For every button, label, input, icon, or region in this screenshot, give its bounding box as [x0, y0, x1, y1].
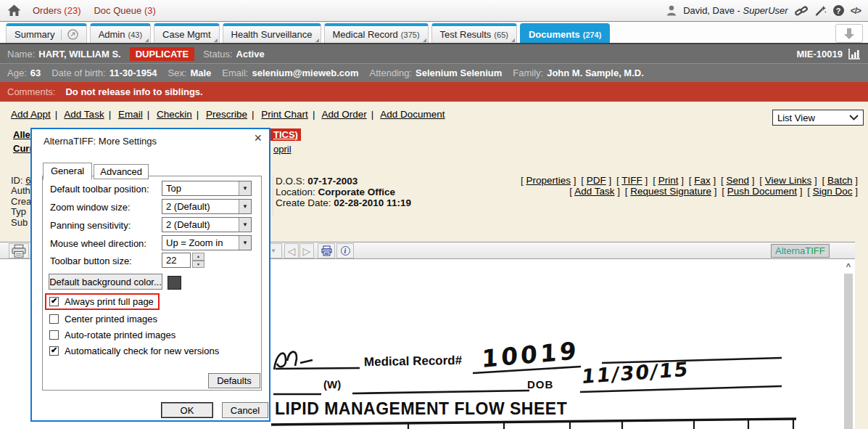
- duplicate-badge[interactable]: DUPLICATE: [130, 47, 194, 61]
- add-appt-link[interactable]: Add Appt: [11, 109, 51, 120]
- checkbox-always-print-full-page[interactable]: ✔ Always print full page: [45, 293, 160, 310]
- panning-sensitivity-select[interactable]: 2 (Default) ▼: [162, 217, 252, 232]
- panning-sensitivity-value: 2 (Default): [162, 219, 239, 230]
- download-button[interactable]: [835, 24, 863, 43]
- dropdown-arrow-icon[interactable]: ▼: [239, 181, 251, 195]
- medication-link-partial[interactable]: opril: [273, 144, 292, 155]
- toolbar-position-label: Default toolbar position:: [50, 184, 149, 195]
- print-settings-icon: [321, 245, 332, 256]
- current-user[interactable]: David, Dave - SuperUser: [683, 5, 788, 16]
- open-popout-icon[interactable]: [67, 29, 78, 40]
- add-task-link[interactable]: Add Task: [64, 109, 104, 120]
- flowsheet-chart-icon[interactable]: [848, 49, 861, 60]
- mouse-wheel-label: Mouse wheel direction:: [50, 238, 146, 249]
- allergy-badge-partial[interactable]: TICS): [270, 128, 301, 141]
- tab-health-surveillance[interactable]: Health Surveillance: [223, 23, 321, 43]
- dropdown-arrow-icon[interactable]: ▼: [239, 200, 251, 213]
- checkbox-center-printed-images[interactable]: ✔ Center printed images: [49, 314, 157, 324]
- view-links-link[interactable]: View Links: [765, 175, 811, 186]
- request-signature-link[interactable]: Request Signature: [630, 186, 711, 197]
- sign-doc-link[interactable]: Sign Doc: [813, 186, 853, 197]
- print-chart-link[interactable]: Print Chart: [261, 109, 308, 120]
- dob-label: Date of birth:: [51, 68, 105, 78]
- add-order-link[interactable]: Add Order: [321, 109, 366, 120]
- email-link[interactable]: Email: [118, 109, 143, 120]
- ok-button[interactable]: OK: [161, 402, 213, 418]
- toolbar-position-select[interactable]: Top ▼: [162, 181, 252, 196]
- tiff-link[interactable]: TIFF: [621, 175, 642, 186]
- zoom-window-select[interactable]: 2 (Default) ▼: [162, 199, 252, 214]
- checkbox-auto-rotate-printed-images[interactable]: ✔ Auto-rotate printed images: [49, 330, 175, 340]
- add-document-link[interactable]: Add Document: [380, 109, 445, 120]
- mouse-wheel-select[interactable]: Up = Zoom in ▼: [162, 235, 252, 250]
- home-button[interactable]: [7, 4, 21, 17]
- checkbox-box[interactable]: ✔: [49, 346, 59, 356]
- batch-link[interactable]: Batch: [827, 175, 853, 186]
- doc-queue-link[interactable]: Doc Queue (3): [94, 5, 155, 16]
- scroll-up-icon[interactable]: ^: [843, 262, 853, 271]
- close-icon[interactable]: ×: [254, 131, 262, 144]
- link-chain-icon[interactable]: [795, 5, 808, 17]
- bracket: ]: [852, 175, 858, 186]
- view-select[interactable]: List View: [772, 110, 864, 126]
- properties-link[interactable]: Properties: [526, 175, 571, 186]
- checkbox-box[interactable]: ✔: [49, 314, 59, 324]
- dropdown-arrow-icon[interactable]: ▼: [239, 236, 251, 250]
- tab-medical-record[interactable]: Medical Record(375): [324, 23, 429, 43]
- tab-case-mgmt[interactable]: Case Mgmt: [154, 23, 219, 43]
- patient-name-banner: Name: HART, WILLIAM S. DUPLICATE Status:…: [0, 44, 868, 63]
- separator: |: [197, 109, 199, 120]
- tab-admin[interactable]: Admin(43): [90, 23, 151, 43]
- chevron-down-icon: [849, 115, 859, 120]
- spin-down-icon[interactable]: ▼: [192, 261, 204, 269]
- button-size-spinner[interactable]: 22 ▲ ▼: [162, 253, 204, 268]
- tab-summary[interactable]: Summary: [6, 23, 87, 43]
- checkbox-label: Center printed images: [65, 314, 157, 324]
- tab-general[interactable]: General: [43, 163, 92, 180]
- doc-queue-label: Doc Queue: [94, 5, 141, 16]
- cancel-button[interactable]: Cancel: [222, 402, 268, 418]
- home-icon: [7, 4, 21, 17]
- tab-admin-count: (43): [128, 30, 142, 39]
- checkbox-label: Automatically check for new versions: [65, 346, 219, 356]
- bracket: ]: [606, 175, 612, 186]
- alternatiff-badge[interactable]: AlternaTIFF: [771, 244, 830, 258]
- code-icon[interactable]: </>: [851, 6, 861, 16]
- prev-page-button[interactable]: ◁: [284, 243, 299, 258]
- defaults-button[interactable]: Defaults: [208, 373, 260, 388]
- pdf-link[interactable]: PDF: [587, 175, 606, 186]
- tab-documents-label: Documents: [529, 29, 580, 40]
- print-button[interactable]: [9, 243, 29, 258]
- document-fields-partial: ID: 6 Auth Crea Typ Sub: [11, 176, 31, 228]
- checkin-link[interactable]: Checkin: [157, 109, 192, 120]
- button-size-value[interactable]: 22: [162, 253, 191, 268]
- next-page-button[interactable]: ▷: [299, 243, 314, 258]
- checkbox-box[interactable]: ✔: [49, 297, 59, 306]
- print-link[interactable]: Print: [658, 175, 679, 186]
- spin-up-icon[interactable]: ▲: [192, 253, 204, 261]
- tab-advanced[interactable]: Advanced: [94, 164, 149, 179]
- fax-link[interactable]: Fax: [694, 175, 711, 186]
- viewer-scrollbar[interactable]: ^: [843, 261, 853, 429]
- tab-test-results[interactable]: Test Results(65): [431, 23, 517, 43]
- orders-link[interactable]: Orders (23): [33, 5, 80, 16]
- help-icon[interactable]: ?: [833, 5, 844, 16]
- wand-icon[interactable]: [814, 5, 827, 17]
- background-color-button[interactable]: Default background color...: [49, 274, 162, 290]
- tab-documents[interactable]: Documents(274): [520, 23, 610, 43]
- about-button[interactable]: i: [336, 243, 354, 258]
- checkbox-check-new-versions[interactable]: ✔ Automatically check for new versions: [49, 346, 219, 356]
- send-link[interactable]: Send: [727, 175, 750, 186]
- prescribe-link[interactable]: Prescribe: [206, 109, 247, 120]
- bracket: ]: [642, 175, 648, 186]
- add-task-doc-link[interactable]: Add Task: [574, 186, 614, 197]
- scrollbar-track[interactable]: [844, 274, 853, 429]
- panning-sensitivity-label: Panning sensitivity:: [50, 220, 131, 231]
- bracket: [: [653, 175, 658, 186]
- doc-create-label: Crea: [11, 197, 31, 207]
- push-document-link[interactable]: Push Document: [727, 186, 797, 197]
- user-role-text: SuperUser: [743, 5, 788, 16]
- dropdown-arrow-icon[interactable]: ▼: [239, 218, 251, 232]
- print-settings-button[interactable]: [318, 243, 335, 258]
- checkbox-box[interactable]: ✔: [49, 330, 59, 340]
